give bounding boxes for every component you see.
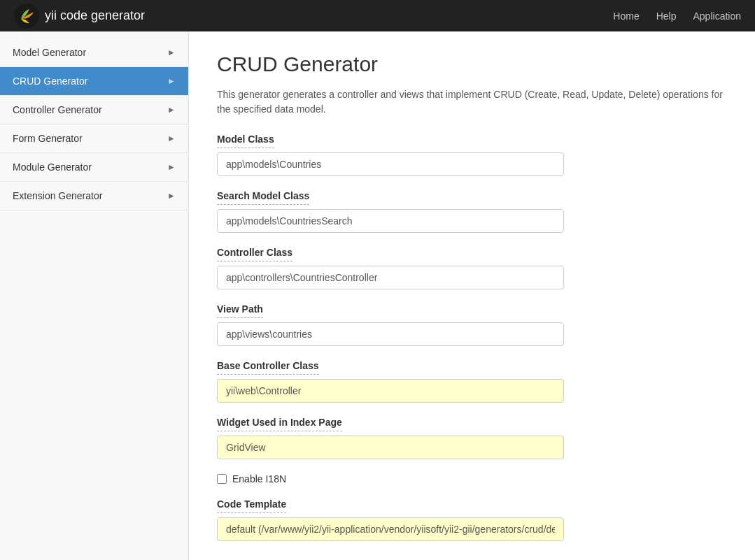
controller-class-input[interactable] — [217, 266, 564, 289]
chevron-right-icon: ► — [167, 134, 176, 143]
base-controller-class-group: Base Controller Class — [217, 360, 727, 403]
sidebar-item-label: Controller Generator — [13, 104, 102, 115]
controller-class-label: Controller Class — [217, 247, 292, 261]
logo: yii code generator — [14, 3, 145, 29]
page-title: CRUD Generator — [217, 52, 727, 76]
widget-index-page-label: Widget Used in Index Page — [217, 417, 342, 431]
sidebar-item-label: CRUD Generator — [13, 76, 87, 87]
sidebar-item-label: Module Generator — [13, 161, 92, 173]
nav-help[interactable]: Help — [656, 10, 677, 22]
code-template-label: Code Template — [217, 498, 286, 513]
chevron-right-icon: ► — [167, 162, 176, 172]
sidebar: Model Generator ► CRUD Generator ► Contr… — [0, 31, 189, 560]
view-path-group: View Path — [217, 303, 727, 346]
nav-home[interactable]: Home — [613, 10, 639, 22]
sidebar-item-crud-generator[interactable]: CRUD Generator ► — [0, 67, 188, 96]
base-controller-class-label: Base Controller Class — [217, 360, 319, 375]
enable-i18n-group: Enable I18N — [217, 473, 727, 484]
model-class-input[interactable] — [217, 152, 564, 176]
view-path-input[interactable] — [217, 322, 564, 346]
chevron-right-icon: ► — [167, 76, 176, 86]
sidebar-item-module-generator[interactable]: Module Generator ► — [0, 153, 188, 182]
chevron-right-icon: ► — [167, 191, 176, 201]
content-area: CRUD Generator This generator generates … — [189, 31, 755, 560]
nav-application[interactable]: Application — [693, 10, 742, 22]
chevron-right-icon: ► — [167, 105, 176, 115]
enable-i18n-checkbox[interactable] — [217, 474, 227, 484]
sidebar-item-label: Model Generator — [13, 47, 86, 58]
enable-i18n-label: Enable I18N — [232, 473, 286, 484]
search-model-class-group: Search Model Class — [217, 190, 727, 233]
logo-text: yii code generator — [45, 8, 145, 23]
page-description: This generator generates a controller an… — [217, 87, 727, 117]
sidebar-item-label: Extension Generator — [13, 190, 102, 201]
header-nav: Home Help Application — [613, 10, 741, 22]
yii-logo-icon — [14, 3, 39, 29]
code-template-group: Code Template — [217, 498, 727, 541]
sidebar-item-model-generator[interactable]: Model Generator ► — [0, 38, 188, 67]
view-path-label: View Path — [217, 303, 263, 318]
main-container: Model Generator ► CRUD Generator ► Contr… — [0, 31, 755, 560]
model-class-group: Model Class — [217, 134, 727, 176]
sidebar-item-label: Form Generator — [13, 133, 83, 144]
chevron-right-icon: ► — [167, 48, 176, 57]
widget-index-page-input[interactable] — [217, 436, 564, 459]
widget-index-page-group: Widget Used in Index Page — [217, 417, 727, 459]
sidebar-item-form-generator[interactable]: Form Generator ► — [0, 124, 188, 153]
base-controller-class-input[interactable] — [217, 379, 564, 403]
sidebar-item-controller-generator[interactable]: Controller Generator ► — [0, 96, 188, 124]
model-class-label: Model Class — [217, 134, 274, 148]
controller-class-group: Controller Class — [217, 247, 727, 289]
sidebar-item-extension-generator[interactable]: Extension Generator ► — [0, 182, 188, 210]
search-model-class-input[interactable] — [217, 209, 564, 233]
header: yii code generator Home Help Application — [0, 0, 755, 31]
code-template-input[interactable] — [217, 517, 564, 541]
search-model-class-label: Search Model Class — [217, 190, 309, 205]
